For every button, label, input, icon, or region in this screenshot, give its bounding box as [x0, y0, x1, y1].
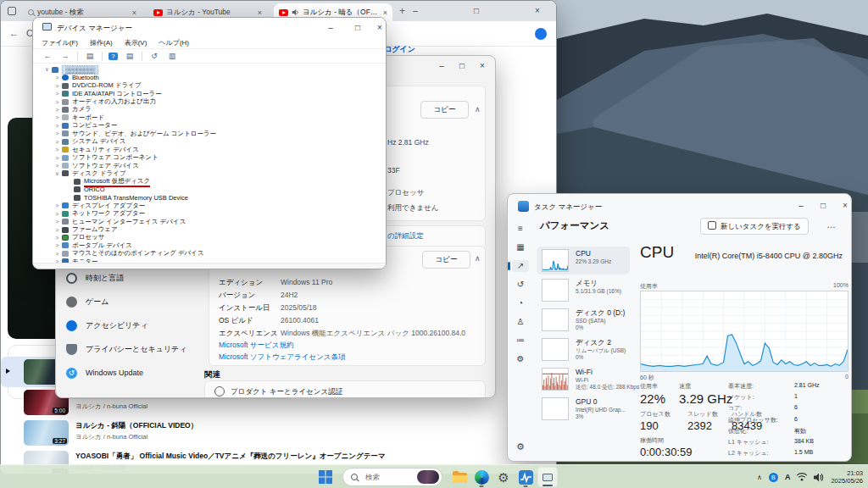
link-ms-license[interactable]: Microsoft ソフトウェアライセンス条項 — [219, 352, 346, 363]
properties-icon[interactable]: ▤ — [124, 52, 136, 60]
tree-orico[interactable]: ORICO — [33, 186, 386, 193]
devmgr-maximize-button[interactable]: □ — [348, 23, 367, 32]
devmgr-close-button[interactable]: × — [370, 23, 387, 32]
tree-audio[interactable]: > オーディオの入力および出力 — [33, 97, 386, 105]
refresh-icon[interactable]: ↺ — [148, 52, 160, 60]
settings-nav-privacy[interactable]: プライバシーとセキュリティ — [66, 339, 193, 359]
speaker-icon[interactable] — [814, 473, 824, 482]
devmgr-minimize-button[interactable]: – — [321, 23, 340, 32]
settings-nav-windows-update[interactable]: ↺ Windows Update — [66, 363, 193, 383]
tree-sound[interactable]: > サウンド、ビデオ、およびゲーム コントローラー — [33, 130, 386, 137]
browser-minimize-button[interactable]: – — [406, 6, 425, 15]
ime-indicator[interactable]: A — [785, 473, 791, 481]
file-explorer-button[interactable] — [449, 467, 470, 487]
tree-hid[interactable]: > ヒューマン インターフェイス デバイス — [33, 218, 386, 225]
video-title[interactable]: ヨルシカ - 斜陽（OFFICIAL VIDEO） — [75, 421, 198, 431]
Wi-Fi[interactable]: Wi-Fi Wi-Fi 送信: 48.0 受信: 288 Kbps — [537, 365, 630, 393]
settings-nav-accessibility[interactable]: アクセシビリティ — [66, 315, 193, 336]
tab-close-icon[interactable]: × — [132, 8, 136, 17]
bluetooth-icon[interactable]: B — [769, 473, 778, 482]
settings-maximize-button[interactable]: □ — [453, 61, 471, 70]
tree-expand-icon[interactable]: > — [53, 155, 61, 161]
run-new-task-button[interactable]: 新しいタスクを実行する — [700, 218, 809, 235]
search-daily-image[interactable] — [417, 470, 439, 484]
tree-expand-icon[interactable]: > — [53, 147, 61, 152]
task-manager-button[interactable] — [515, 467, 536, 487]
tree-processors[interactable]: > プロセッサ — [33, 234, 386, 241]
tree-security[interactable]: > セキュリティ デバイス — [33, 146, 386, 153]
tree-computer[interactable]: > コンピューター — [33, 122, 386, 130]
tree-expand-icon[interactable]: > — [53, 99, 61, 105]
settings-button[interactable]: ⚙ — [493, 467, 514, 487]
profile-avatar[interactable] — [535, 28, 547, 40]
advanced-settings-link[interactable]: の詳細設定 — [387, 231, 424, 241]
settings-nav-gaming[interactable]: ゲーム — [66, 291, 193, 312]
tab-search-icon[interactable] — [8, 7, 16, 15]
tree-expand-icon[interactable]: > — [53, 251, 61, 257]
start-button[interactable] — [315, 467, 336, 487]
tree-keyboard[interactable]: > キーボード — [33, 114, 386, 121]
tab-audio-icon[interactable] — [292, 8, 299, 16]
device-spec-collapse-icon[interactable]: ∧ — [475, 105, 481, 114]
tree-expand-icon[interactable]: > — [53, 130, 61, 136]
tree-expand-icon[interactable]: > — [53, 227, 61, 233]
processes-icon[interactable]: ▦ — [512, 241, 529, 253]
browser-maximize-button[interactable]: □ — [467, 6, 486, 15]
device-manager-button[interactable] — [537, 467, 558, 487]
settings-close-button[interactable]: × — [473, 61, 492, 70]
youtube-login-button[interactable]: ログイン — [384, 44, 415, 55]
tree-expand-icon[interactable]: > — [53, 91, 61, 97]
taskmgr-maximize-button[interactable]: □ — [814, 201, 832, 210]
settings-nav-time-language[interactable]: 時刻と言語 — [66, 268, 193, 288]
back-icon[interactable]: ← — [42, 52, 53, 60]
tree-expand-icon[interactable]: ∨ — [43, 66, 51, 73]
services-icon[interactable]: ⚙ — [512, 353, 529, 365]
tree-display-adapters[interactable]: > ディスプレイ アダプター — [33, 202, 386, 209]
tree-ms-virtual-disk[interactable]: Microsoft 仮想ディスク — [33, 178, 386, 186]
ディスク 0 (D:)[interactable]: ディスク 0 (D:) SSD (SATA) 0% — [537, 306, 630, 334]
tree-ide[interactable]: > IDE ATA/ATAPI コントローラー — [33, 90, 386, 97]
tree-expand-icon[interactable]: > — [53, 114, 61, 120]
tab-close-icon[interactable]: × — [383, 8, 387, 17]
tree-expand-icon[interactable]: > — [53, 219, 61, 225]
tree-dvd[interactable]: > DVD/CD-ROM ドライブ — [33, 81, 386, 89]
tree-camera[interactable]: > カメラ — [33, 106, 386, 114]
help-icon[interactable]: ? — [108, 53, 118, 60]
settings-gear-icon[interactable]: ⚙ — [508, 441, 533, 452]
tree-expand-icon[interactable]: > — [53, 123, 61, 129]
tree-disk-drives[interactable]: ∨ ディスク ドライブ — [33, 169, 386, 177]
settings-minimize-button[interactable]: – — [432, 61, 451, 70]
video-thumbnail[interactable]: 3:27 — [24, 420, 69, 446]
details-icon[interactable]: ≔ — [512, 335, 529, 347]
tree-system[interactable]: > システム デバイス — [33, 138, 386, 146]
menu-help[interactable]: ヘルプ(H) — [159, 38, 189, 47]
tree-bluetooth[interactable]: > Bluetooth — [33, 74, 386, 81]
new-tab-button[interactable]: + — [399, 5, 405, 17]
tree-expand-icon[interactable]: > — [53, 163, 61, 169]
search-input[interactable] — [364, 472, 417, 482]
CPU[interactable]: CPU 22% 3.29 GHz — [537, 247, 630, 274]
performance-icon[interactable]: ↗ — [512, 260, 529, 272]
device-spec-copy-button[interactable]: コピー — [420, 101, 469, 119]
menu-action[interactable]: 操作(A) — [90, 38, 113, 47]
more-options-icon[interactable]: … — [826, 219, 836, 230]
メモリ[interactable]: メモリ 5.1/31.9 GB (16%) — [537, 276, 630, 304]
tree-expand-icon[interactable]: > — [53, 107, 61, 113]
users-icon[interactable]: ♙ — [512, 316, 529, 328]
forward-icon[interactable]: → — [59, 52, 71, 60]
tree-root-computer[interactable]: ∨ ▒▒▒▒▒▒▒▒ — [33, 65, 386, 74]
tree-expand-icon[interactable]: > — [53, 83, 61, 89]
windows-spec-copy-button[interactable]: コピー — [422, 251, 470, 269]
taskmgr-close-button[interactable]: × — [836, 201, 852, 210]
tree-firmware[interactable]: > ファームウェア — [33, 225, 386, 233]
computer-icon[interactable]: ▥ — [166, 52, 178, 60]
tree-expand-icon[interactable]: > — [53, 202, 61, 208]
tree-software-devices[interactable]: > ソフトウェア デバイス — [33, 162, 386, 169]
tree-software-components[interactable]: > ソフトウェア コンポーネント — [33, 153, 386, 161]
menu-icon[interactable]: ≡ — [512, 223, 529, 235]
tree-portable[interactable]: > ポータブル デバイス — [33, 241, 386, 249]
tree-expand-icon[interactable]: ∨ — [53, 170, 61, 177]
edge-button[interactable] — [471, 467, 492, 487]
back-button[interactable]: ← — [9, 28, 19, 38]
GPU 0[interactable]: GPU 0 Intel(R) UHD Grap... 3% — [537, 395, 630, 423]
